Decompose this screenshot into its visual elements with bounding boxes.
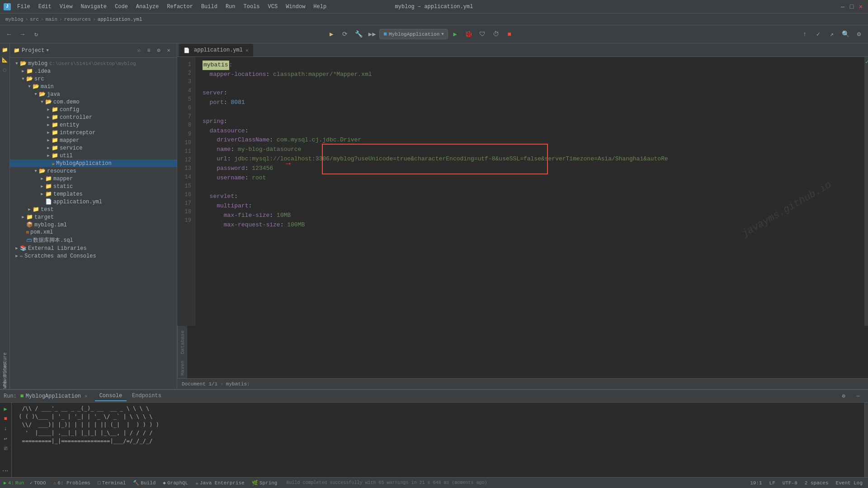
toolbar-reload-btn[interactable]: ⟳ — [339, 28, 351, 41]
status-graphql-btn[interactable]: ◆ GraphQL — [161, 480, 190, 486]
profile-btn[interactable]: ⏱ — [490, 28, 502, 41]
tree-item-external-libs[interactable]: ▶ 📚 External Libraries — [10, 244, 177, 252]
tree-item-test[interactable]: ▶ 📁 test — [10, 206, 177, 213]
tree-item-entity[interactable]: ▶ 📁 entity — [10, 121, 177, 129]
minimize-button[interactable]: — — [839, 3, 846, 10]
tree-item-util[interactable]: ▶ 📁 util — [10, 152, 177, 160]
tab-application-yml[interactable]: 📄 application.yml ✕ — [179, 44, 253, 56]
status-terminal-btn[interactable]: □ Terminal — [96, 480, 127, 486]
run-wrap-btn[interactable]: ↩ — [1, 434, 10, 443]
right-label-maven[interactable]: Maven — [179, 358, 186, 378]
menu-vcs[interactable]: VCS — [264, 3, 282, 11]
toolbar-refresh-btn[interactable]: ↻ — [30, 28, 42, 41]
breadcrumb-resources[interactable]: resources — [64, 17, 91, 22]
tree-item-config[interactable]: ▶ 📁 config — [10, 106, 177, 113]
tree-item-controller[interactable]: ▶ 📁 controller — [10, 113, 177, 121]
menu-build[interactable]: Build — [198, 3, 221, 11]
toolbar-debug-build-btn[interactable]: 🔧 — [352, 28, 365, 41]
tree-item-templates[interactable]: ▶ 📁 templates — [10, 190, 177, 198]
tree-item-myblog-iml[interactable]: ▶ 📦 myblog.iml — [10, 221, 177, 229]
project-gear-btn[interactable]: ≡ — [144, 46, 153, 55]
menu-analyze[interactable]: Analyze — [132, 3, 162, 11]
left-icon-2[interactable]: 📐 — [0, 55, 9, 64]
tree-item-mapper[interactable]: ▶ 📁 mapper — [10, 136, 177, 144]
code-editor[interactable]: 1 2 3 4 5 6 7 8 9 10 11 12 13 14 15 16 1… — [177, 57, 868, 326]
run-tab-console[interactable]: Console — [95, 391, 127, 401]
menu-file[interactable]: File — [14, 3, 34, 11]
tab-close-btn[interactable]: ✕ — [245, 47, 249, 53]
tree-item-static[interactable]: ▶ 📁 static — [10, 183, 177, 190]
debug-btn[interactable]: 🐞 — [462, 28, 475, 41]
toolbar-settings-btn[interactable]: ⚙ — [853, 28, 865, 41]
tree-item-scratches[interactable]: ▶ ✏ Scratches and Consoles — [10, 252, 177, 260]
run-panel-settings-btn[interactable]: ⚙ — [837, 390, 850, 403]
status-encoding[interactable]: UTF-8 — [781, 480, 799, 486]
close-button[interactable]: ✕ — [857, 3, 864, 10]
status-todo-btn[interactable]: ✓ TODO — [28, 480, 48, 486]
run-tab-close[interactable]: ✕ — [85, 393, 88, 399]
breadcrumb-myblog[interactable]: myblog — [5, 17, 24, 22]
breadcrumb-src[interactable]: src — [30, 17, 39, 22]
project-hide-btn[interactable]: ✕ — [164, 46, 173, 55]
menu-refactor[interactable]: Refactor — [163, 3, 197, 11]
tree-item-interceptor[interactable]: ▶ 📁 interceptor — [10, 129, 177, 136]
menu-tools[interactable]: Tools — [240, 3, 264, 11]
left-icon-web[interactable]: Web — [0, 380, 9, 389]
tree-item-com-demo[interactable]: ▼ 📂 com.demo — [10, 98, 177, 106]
menu-edit[interactable]: Edit — [35, 3, 55, 11]
toolbar-build-btn[interactable]: ▶ — [325, 28, 338, 41]
tree-item-src[interactable]: ▼ 📂 src — [10, 75, 177, 83]
run-scroll-btn[interactable]: ↓ — [1, 424, 10, 433]
status-problems-btn[interactable]: ⚠ 6: Problems — [52, 480, 92, 486]
toolbar-find-btn[interactable]: 🔍 — [839, 28, 852, 41]
run-green-btn[interactable]: ▶ — [449, 28, 462, 41]
project-dropdown-arrow[interactable]: ▼ — [46, 48, 48, 53]
run-panel-minimize-btn[interactable]: — — [852, 390, 864, 403]
status-run-btn[interactable]: ▶ 4: Run — [4, 480, 24, 486]
left-icon-favorites[interactable]: Favorites — [0, 370, 9, 379]
toolbar-back-btn[interactable]: ← — [3, 28, 15, 41]
status-lf[interactable]: LF — [768, 480, 777, 486]
tree-item-main[interactable]: ▼ 📂 main — [10, 83, 177, 90]
menu-navigate[interactable]: Navigate — [77, 3, 110, 11]
breadcrumb-main[interactable]: main — [46, 17, 57, 22]
code-content[interactable]: mybatis: mapper-locations: classpath:map… — [195, 57, 864, 326]
stop-btn[interactable]: ■ — [503, 28, 516, 41]
toolbar-vcs-update-btn[interactable]: ↑ — [798, 28, 811, 41]
tree-item-pom-xml[interactable]: ▶ m pom.xml — [10, 229, 177, 236]
left-icon-1[interactable]: 📁 — [0, 45, 9, 54]
tree-item-sql[interactable]: ▶ 🗃 数据库脚本.sql — [10, 236, 177, 244]
tree-item-myblogapp[interactable]: ▶ ☕ MyblogApplication — [10, 160, 177, 167]
status-spring-btn[interactable]: 🌿 Spring — [250, 480, 279, 486]
editor-scrollbar[interactable]: ✓ — [864, 57, 868, 326]
maximize-button[interactable]: □ — [848, 3, 855, 10]
tree-item-myblog[interactable]: ▼ 📂 myblog C:\Users\51414\Desktop\myblog — [10, 60, 177, 67]
run-restart-btn[interactable]: ▶ — [1, 404, 10, 413]
menu-help[interactable]: Help — [310, 3, 330, 11]
toolbar-vcs-push-btn[interactable]: ↗ — [826, 28, 838, 41]
tree-item-application-yml[interactable]: ▶ 📄 application.yml — [10, 198, 177, 206]
menu-view[interactable]: View — [56, 3, 76, 11]
run-expand-btn[interactable]: ⋮ — [1, 466, 10, 475]
tree-item-mapper2[interactable]: ▶ 📁 mapper — [10, 175, 177, 183]
status-spaces[interactable]: 2 spaces — [803, 480, 830, 486]
run-stop-btn[interactable]: ■ — [1, 414, 10, 423]
run-clear-btn[interactable]: ⎚ — [1, 444, 10, 453]
tree-item-target[interactable]: ▶ 📁 target — [10, 213, 177, 221]
menu-run[interactable]: Run — [222, 3, 239, 11]
project-collapse-btn[interactable]: ☉ — [134, 46, 143, 55]
toolbar-vcs-commit-btn[interactable]: ✓ — [812, 28, 825, 41]
run-tab-endpoints[interactable]: Endpoints — [127, 391, 166, 401]
status-java-enterprise-btn[interactable]: ☕ Java Enterprise — [193, 480, 246, 486]
status-position[interactable]: 19:1 — [748, 480, 764, 486]
tree-item-resources[interactable]: ▼ 📂 resources — [10, 167, 177, 175]
status-event-log[interactable]: Event Log — [834, 480, 864, 486]
run-config-dropdown[interactable]: ■ MyblogApplication ▼ — [379, 29, 448, 39]
breadcrumb-file[interactable]: application.yml — [98, 17, 142, 22]
toolbar-run-all-btn[interactable]: ▶▶ — [366, 28, 378, 41]
status-build-btn[interactable]: 🔨 Build — [131, 480, 157, 486]
coverage-btn[interactable]: 🛡 — [476, 28, 489, 41]
run-panel-scrollbar[interactable] — [864, 403, 868, 477]
menu-window[interactable]: Window — [282, 3, 309, 11]
tree-item-service[interactable]: ▶ 📁 service — [10, 144, 177, 152]
